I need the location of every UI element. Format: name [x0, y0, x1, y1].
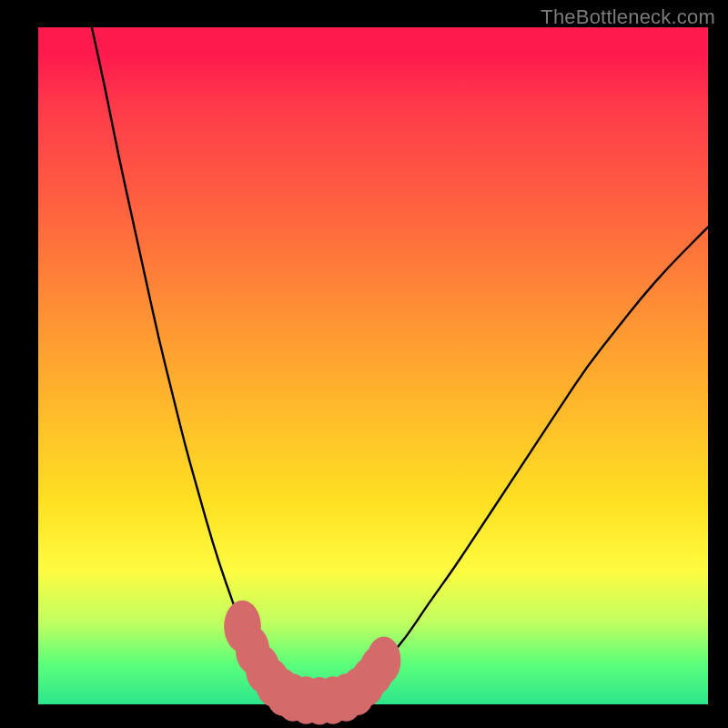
- curve-right-branch: [347, 227, 708, 699]
- curve-left-branch: [92, 27, 293, 699]
- chart-stage: TheBottleneck.com: [0, 0, 728, 728]
- curve-marker: [367, 636, 400, 683]
- chart-svg: [38, 27, 708, 704]
- marker-group: [224, 601, 400, 725]
- watermark-text: TheBottleneck.com: [541, 5, 715, 29]
- curve-group: [92, 27, 708, 702]
- plot-area: [38, 27, 708, 704]
